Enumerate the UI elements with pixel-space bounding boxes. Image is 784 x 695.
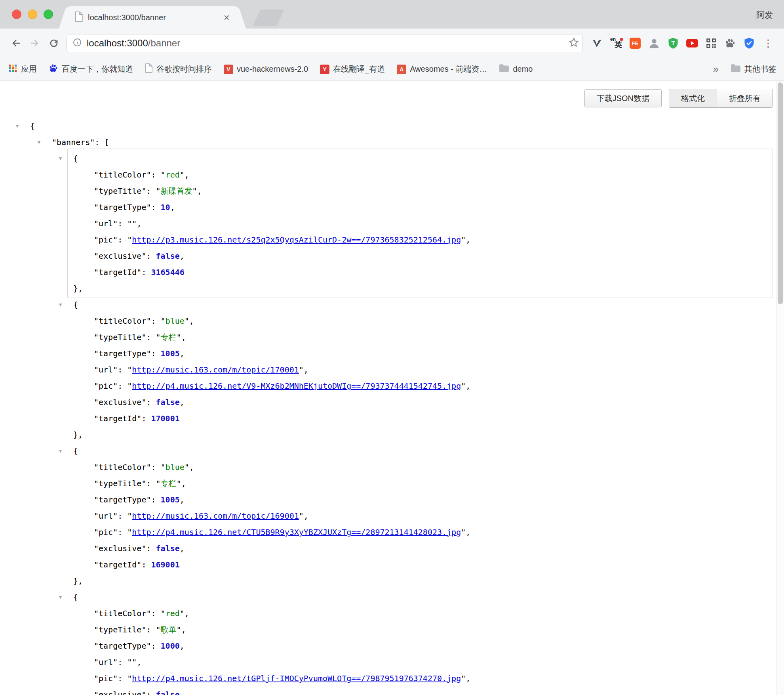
json-key: "exclusive":: [94, 397, 156, 407]
json-row: "titleColor": "blue",: [0, 459, 784, 475]
bookmark-label: demo: [513, 65, 533, 74]
json-key: "typeTitle":: [94, 625, 156, 634]
json-punct: ,: [197, 186, 202, 196]
green-shield-icon[interactable]: T: [665, 35, 681, 51]
json-punct: ,: [185, 609, 189, 618]
tab-close-icon[interactable]: ×: [223, 12, 230, 23]
json-row: "exclusive": false,: [0, 248, 784, 264]
fe-icon[interactable]: FE: [627, 35, 643, 51]
json-link[interactable]: http://p3.music.126.net/s25q2x5QyqsAzilC…: [132, 235, 461, 244]
json-punct: ,: [181, 479, 186, 488]
zoom-window-icon[interactable]: [44, 10, 53, 19]
back-button[interactable]: [6, 34, 25, 53]
collapse-all-button[interactable]: 折叠所有: [717, 89, 773, 107]
json-key: "url":: [94, 365, 127, 374]
browser-tab[interactable]: localhost:3000/banner ×: [67, 6, 238, 29]
bookmark-awesomes[interactable]: A Awesomes - 前端资…: [397, 64, 487, 74]
json-punct: ,: [466, 235, 470, 244]
json-row: "targetId": 169001: [0, 557, 784, 573]
json-punct: ": [156, 332, 161, 342]
bookmark-google-sort[interactable]: 谷歌按时间排序: [145, 63, 212, 75]
json-row: "exclusive": false,: [0, 687, 784, 695]
json-link[interactable]: http://p4.music.126.net/V9-MXz6b2MNhEKju…: [132, 381, 461, 391]
bookmarks-bar: 应用 百度一下，你就知道 谷歌按时间排序 V vue-hackernews-2.…: [0, 58, 784, 81]
json-row: "exclusive": false,: [0, 540, 784, 557]
json-punct: },: [73, 576, 83, 586]
json-bool: false: [156, 690, 180, 695]
close-window-icon[interactable]: [12, 10, 21, 19]
json-punct: ": [177, 479, 181, 488]
json-link[interactable]: http://music.163.com/m/topic/170001: [132, 365, 299, 374]
collapse-toggle-icon[interactable]: ▼: [38, 134, 40, 151]
json-str: 歌单: [161, 625, 177, 634]
json-punct: ,: [181, 625, 186, 634]
folder-icon: [499, 64, 509, 74]
forward-button[interactable]: [25, 34, 44, 53]
json-punct: ": [156, 479, 161, 488]
json-link[interactable]: http://p4.music.126.net/CTU5B9R9y3XyYBZX…: [132, 527, 461, 537]
json-object: ▼{"titleColor": "red","typeTitle": "新碟首发…: [0, 151, 784, 297]
json-punct: ,: [180, 495, 185, 504]
translate-glyphs: en英: [610, 37, 622, 49]
json-row: "pic": "http://p4.music.126.net/tGPljf-I…: [0, 670, 784, 687]
window-controls: [12, 10, 53, 19]
bookmark-vue-hackernews[interactable]: V vue-hackernews-2.0: [224, 65, 308, 74]
paw-icon[interactable]: [722, 35, 738, 51]
bookmark-apps[interactable]: 应用: [8, 63, 37, 75]
json-row: "titleColor": "red",: [0, 167, 784, 183]
collapse-toggle-icon[interactable]: ▼: [59, 589, 62, 605]
translate-dot: [620, 38, 623, 41]
download-json-button[interactable]: 下载JSON数据: [584, 89, 662, 107]
bookmark-youdao[interactable]: Y 在线翻译_有道: [320, 64, 385, 74]
collapse-toggle-icon[interactable]: ▼: [59, 443, 62, 459]
json-key: "url":: [94, 657, 127, 667]
json-link[interactable]: http://p4.music.126.net/tGPljf-IMOCyPvum…: [132, 674, 461, 683]
json-punct: ": [156, 625, 161, 634]
json-punct: ,: [180, 641, 185, 651]
reload-button[interactable]: [44, 34, 63, 53]
bookmark-star-icon[interactable]: [568, 37, 579, 50]
info-icon[interactable]: [72, 38, 82, 49]
format-button[interactable]: 格式化: [669, 89, 717, 107]
json-punct: },: [73, 430, 83, 439]
json-key: "titleColor":: [94, 462, 161, 472]
profile-name[interactable]: 阿发: [756, 10, 773, 21]
translate-icon[interactable]: en英: [608, 35, 624, 51]
json-num: 170001: [151, 414, 180, 423]
json-num: 1005: [161, 349, 180, 358]
format-collapse-group: 格式化 折叠所有: [669, 89, 773, 108]
json-key: "pic":: [94, 235, 127, 244]
people-icon[interactable]: [646, 35, 662, 51]
new-tab-button[interactable]: [253, 10, 284, 26]
json-row: "url": "",: [0, 216, 784, 232]
collapse-toggle-icon[interactable]: ▼: [59, 297, 62, 313]
scrollbar-track[interactable]: [776, 81, 784, 695]
json-key: "url":: [94, 511, 127, 521]
scrollbar-thumb[interactable]: [778, 82, 783, 304]
fe-tile: FE: [630, 38, 641, 49]
menu-icon[interactable]: ⋮: [760, 35, 776, 51]
json-row: "url": "http://music.163.com/m/topic/169…: [0, 508, 784, 524]
vimium-icon[interactable]: [589, 35, 605, 51]
bookmark-other-bookmarks[interactable]: 其他书签: [731, 64, 776, 74]
collapse-toggle-icon[interactable]: ▼: [59, 151, 62, 167]
json-punct: ": [161, 170, 166, 179]
minimize-window-icon[interactable]: [28, 10, 37, 19]
bookmarks-overflow-chevron[interactable]: »: [713, 63, 719, 75]
json-num: 169001: [151, 560, 180, 569]
bookmark-folder-demo[interactable]: demo: [499, 64, 533, 74]
qrcode-icon[interactable]: [703, 35, 719, 51]
address-bar[interactable]: localhost:3000/banner: [67, 34, 583, 52]
collapse-toggle-icon[interactable]: ▼: [16, 118, 19, 134]
json-row: },: [0, 281, 784, 297]
json-punct: ,: [466, 674, 470, 683]
bookmark-baidu[interactable]: 百度一下，你就知道: [49, 63, 133, 75]
json-link[interactable]: http://music.163.com/m/topic/169001: [132, 511, 299, 521]
json-punct: {: [73, 592, 78, 602]
json-row: "pic": "http://p4.music.126.net/V9-MXz6b…: [0, 378, 784, 394]
json-punct: ,: [466, 381, 470, 391]
bookmark-label: 其他书签: [744, 64, 776, 74]
youtube-icon[interactable]: [684, 35, 700, 51]
json-row: "titleColor": "blue",: [0, 313, 784, 329]
security-shield-icon[interactable]: [741, 35, 757, 51]
